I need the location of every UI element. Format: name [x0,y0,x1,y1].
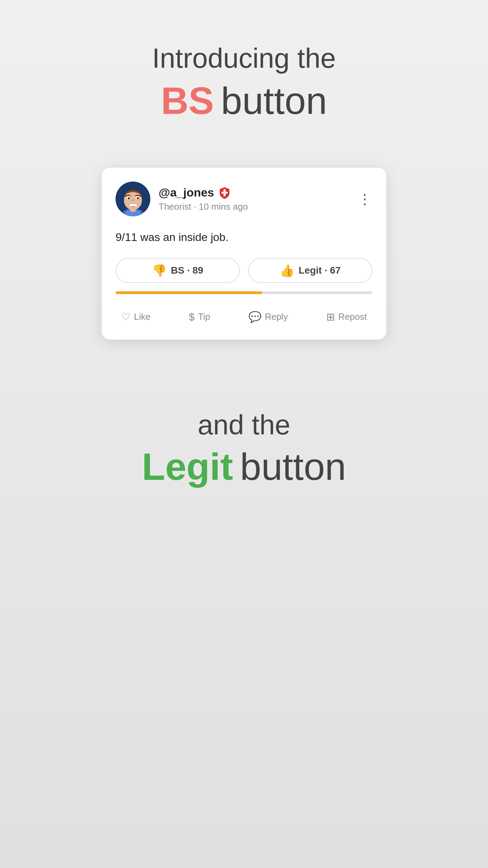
progress-bar-fill [116,291,262,294]
post-header: @a_jones [116,182,372,216]
like-icon: ♡ [121,311,131,323]
tip-icon: $ [189,311,195,323]
bs-vote-button[interactable]: 👎 BS · 89 [116,258,240,283]
svg-point-7 [137,197,139,199]
svg-rect-8 [129,204,132,206]
repost-button[interactable]: ⊞ Repost [321,308,372,326]
post-content: 9/11 was an inside job. [116,229,372,245]
progress-bar [116,291,372,294]
reply-label: Reply [265,311,288,322]
bs-thumb-icon: 👎 [152,264,167,277]
post-card: @a_jones [102,168,386,340]
bs-vote-label: BS · 89 [171,265,203,276]
button-word-bottom: button [240,444,346,489]
legit-vote-label: Legit · 67 [298,265,340,276]
more-options-button[interactable]: ⋮ [358,191,372,207]
button-word-top: button [221,78,327,123]
avatar [116,182,150,216]
legit-button-title: Legit button [142,444,346,489]
reply-button[interactable]: 💬 Reply [243,308,293,326]
user-info: @a_jones [116,182,248,216]
svg-point-6 [128,197,130,199]
vote-buttons: 👎 BS · 89 👍 Legit · 67 [116,258,372,283]
tip-label: Tip [198,311,210,322]
bs-label: BS [161,78,214,123]
bs-button-title: BS button [161,78,327,123]
like-label: Like [134,311,151,322]
svg-rect-10 [134,204,137,206]
reply-icon: 💬 [249,311,261,323]
username-row: @a_jones [159,186,248,199]
top-section: Introducing the BS button [0,0,488,123]
legit-vote-button[interactable]: 👍 Legit · 67 [248,258,372,283]
user-details: @a_jones [159,186,248,212]
repost-label: Repost [338,311,367,322]
intro-text: Introducing the [152,42,336,75]
legit-thumb-icon: 👍 [280,264,294,277]
legit-label: Legit [142,444,233,489]
svg-rect-12 [221,192,228,194]
repost-icon: ⊞ [326,311,335,323]
and-the-text: and the [198,409,291,441]
like-button[interactable]: ♡ Like [116,308,156,326]
action-buttons: ♡ Like $ Tip 💬 Reply ⊞ Repost [116,305,372,326]
svg-rect-9 [132,204,134,206]
tip-button[interactable]: $ Tip [183,308,216,326]
username: @a_jones [159,186,214,199]
user-meta: Theorist · 10 mins ago [159,201,248,212]
card-container: @a_jones [102,168,386,340]
bottom-section: and the Legit button [0,409,488,489]
verified-badge [218,186,231,199]
